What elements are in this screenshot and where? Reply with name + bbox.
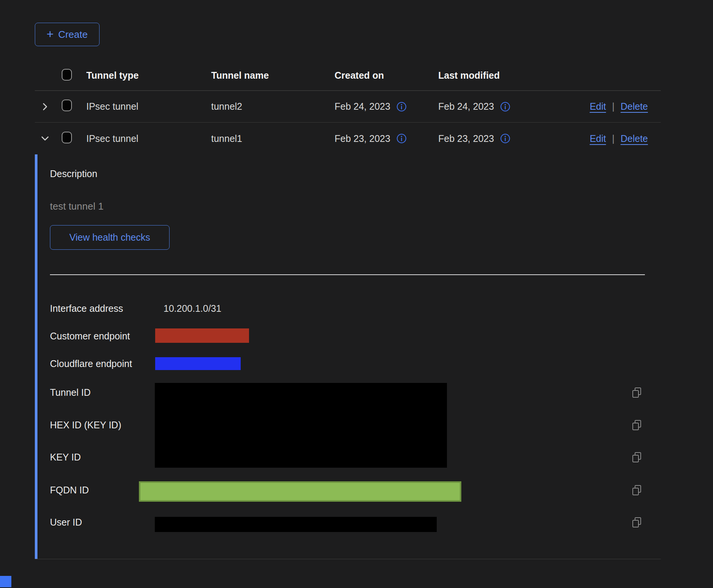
table-row: IPsec tunnel tunnel1 Feb 23, 2023 Feb 23… [35,123,661,154]
edit-link[interactable]: Edit [590,133,606,144]
viewport-corner-accent [0,576,11,587]
interface-address-value: 10.200.1.0/31 [163,303,221,314]
description-label: Description [50,168,97,179]
copy-icon [631,419,643,431]
user-id-label: User ID [50,516,82,528]
cloudflare-endpoint-redacted-value [155,357,241,370]
row-checkbox[interactable] [62,100,72,111]
delete-link[interactable]: Delete [621,101,648,112]
chevron-down-icon [40,134,50,143]
copy-user-id-button[interactable] [631,516,643,529]
create-button-label: Create [58,29,88,40]
customer-endpoint-redacted-value [155,328,249,343]
copy-hex-id-button[interactable] [631,419,643,431]
row-checkbox[interactable] [62,132,72,143]
tunnel-type-cell: IPsec tunnel [86,101,211,112]
header-tunnel-type: Tunnel type [86,70,211,81]
tunnels-page: + Create Tunnel type Tunnel name Created… [0,0,713,588]
create-button[interactable]: + Create [35,23,100,46]
plus-icon: + [47,28,54,40]
copy-icon [631,387,643,399]
user-id-redacted-value [155,517,437,532]
customer-endpoint-label: Customer endpoint [50,330,130,342]
tunnel-detail-panel: Description test tunnel 1 View health ch… [35,154,661,559]
actions-separator: | [612,133,615,144]
view-health-checks-button[interactable]: View health checks [50,225,170,250]
chevron-right-icon [40,102,50,112]
info-icon[interactable] [500,133,511,144]
copy-icon [631,451,643,464]
copy-tunnel-id-button[interactable] [631,387,643,399]
last-modified-cell: Feb 24, 2023 [438,101,494,112]
created-on-cell: Feb 24, 2023 [335,101,390,112]
cloudflare-endpoint-label: Cloudflare endpoint [50,358,132,369]
header-last-modified: Last modified [438,70,661,81]
last-modified-cell: Feb 23, 2023 [438,133,494,144]
tunnel-name-cell: tunnel2 [211,101,335,112]
hex-id-label: HEX ID (KEY ID) [50,419,121,431]
interface-address-label: Interface address [50,303,123,314]
delete-link[interactable]: Delete [621,133,648,144]
table-row: IPsec tunnel tunnel2 Feb 24, 2023 Feb 24… [35,91,661,123]
copy-icon [631,516,643,529]
info-icon[interactable] [500,101,511,112]
select-all-checkbox[interactable] [62,69,72,81]
section-divider [50,274,645,275]
info-icon[interactable] [396,101,407,112]
header-tunnel-name: Tunnel name [211,70,335,81]
ids-redacted-values [155,383,447,468]
copy-key-id-button[interactable] [631,451,643,464]
tunnel-name-cell: tunnel1 [211,133,335,144]
fqdn-id-label: FQDN ID [50,484,89,496]
collapse-row-button[interactable] [35,134,62,143]
header-created-on: Created on [335,70,438,81]
edit-link[interactable]: Edit [590,101,606,112]
created-on-cell: Feb 23, 2023 [335,133,390,144]
key-id-label: KEY ID [50,451,81,463]
copy-fqdn-id-button[interactable] [631,484,643,496]
copy-icon [631,484,643,496]
expanded-accent-bar [35,154,37,559]
description-value: test tunnel 1 [50,201,104,212]
info-icon[interactable] [396,133,407,144]
tunnel-id-label: Tunnel ID [50,387,90,398]
tunnels-table: Tunnel type Tunnel name Created on Last … [35,61,661,559]
table-header-row: Tunnel type Tunnel name Created on Last … [35,61,661,91]
expand-row-button[interactable] [35,102,62,112]
actions-separator: | [612,101,615,112]
fqdn-id-redacted-value [139,481,461,502]
tunnel-type-cell: IPsec tunnel [86,133,211,144]
